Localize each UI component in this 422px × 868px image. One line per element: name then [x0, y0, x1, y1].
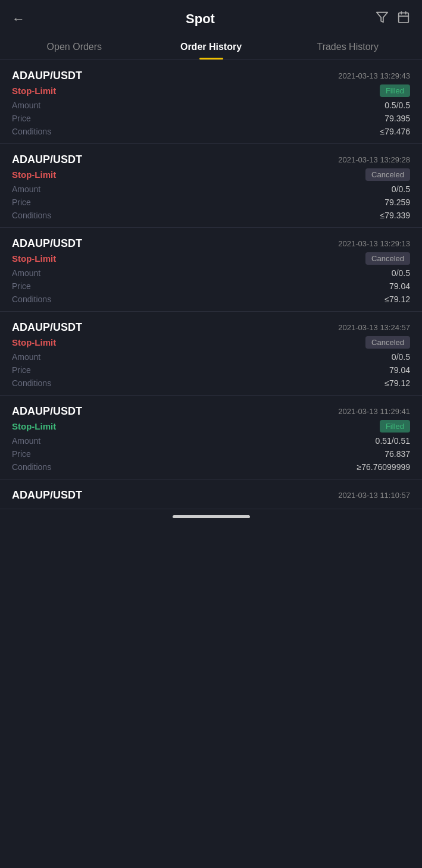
status-badge: Filled	[380, 420, 410, 433]
header-icons	[376, 11, 410, 27]
status-badge: Canceled	[365, 168, 410, 181]
price-row: Price 79.259	[12, 198, 410, 207]
amount-value: 0.5/0.5	[385, 101, 410, 110]
order-time: 2021-03-13 13:29:13	[338, 239, 410, 248]
order-type-row: Stop-Limit Canceled	[12, 336, 410, 349]
price-value: 79.259	[385, 198, 410, 207]
order-item: ADAUP/USDT 2021-03-13 13:24:57 Stop-Limi…	[0, 312, 422, 396]
conditions-value: ≤79.339	[380, 211, 410, 220]
order-list: ADAUP/USDT 2021-03-13 13:29:43 Stop-Limi…	[0, 60, 422, 509]
bottom-bar	[0, 509, 422, 522]
status-badge: Filled	[380, 84, 410, 97]
conditions-value: ≥76.76099999	[357, 462, 410, 472]
tab-trades-history[interactable]: Trades History	[279, 33, 416, 59]
order-header-row: ADAUP/USDT 2021-03-13 13:29:43	[12, 70, 410, 82]
order-time: 2021-03-13 11:29:41	[338, 407, 410, 416]
conditions-row: Conditions ≥76.76099999	[12, 462, 410, 472]
price-value: 79.04	[389, 365, 410, 375]
order-type-row: Stop-Limit Filled	[12, 420, 410, 433]
order-time: 2021-03-13 13:24:57	[338, 323, 410, 332]
price-row: Price 76.837	[12, 449, 410, 459]
conditions-row: Conditions ≤79.12	[12, 378, 410, 388]
conditions-row: Conditions ≤79.12	[12, 294, 410, 304]
conditions-row: Conditions ≤79.476	[12, 127, 410, 136]
amount-label: Amount	[12, 101, 40, 110]
order-item: ADAUP/USDT 2021-03-13 11:29:41 Stop-Limi…	[0, 396, 422, 480]
amount-value: 0.51/0.51	[376, 436, 410, 446]
order-pair: ADAUP/USDT	[12, 321, 82, 334]
price-value: 76.837	[385, 449, 410, 459]
price-label: Price	[12, 281, 31, 291]
order-type: Stop-Limit	[12, 337, 56, 347]
price-label: Price	[12, 114, 31, 123]
page-title: Spot	[25, 11, 376, 27]
order-item: ADAUP/USDT 2021-03-13 13:29:43 Stop-Limi…	[0, 60, 422, 144]
order-time: 2021-03-13 11:10:57	[338, 491, 410, 500]
amount-row: Amount 0/0.5	[12, 184, 410, 194]
calendar-icon[interactable]	[397, 11, 410, 27]
order-type: Stop-Limit	[12, 86, 56, 96]
order-pair: ADAUP/USDT	[12, 489, 82, 502]
header: ← Spot	[0, 0, 422, 33]
amount-label: Amount	[12, 436, 40, 446]
order-header-row: ADAUP/USDT 2021-03-13 11:29:41	[12, 405, 410, 418]
order-header-row: ADAUP/USDT 2021-03-13 13:29:28	[12, 153, 410, 166]
price-row: Price 79.395	[12, 114, 410, 123]
amount-row: Amount 0.5/0.5	[12, 101, 410, 110]
amount-label: Amount	[12, 268, 40, 278]
price-value: 79.395	[385, 114, 410, 123]
order-type: Stop-Limit	[12, 170, 56, 180]
order-item: ADAUP/USDT 2021-03-13 13:29:13 Stop-Limi…	[0, 228, 422, 312]
order-header-row: ADAUP/USDT 2021-03-13 13:29:13	[12, 237, 410, 250]
price-label: Price	[12, 365, 31, 375]
price-row: Price 79.04	[12, 365, 410, 375]
price-value: 79.04	[389, 281, 410, 291]
amount-value: 0/0.5	[392, 268, 410, 278]
conditions-label: Conditions	[12, 211, 51, 220]
conditions-label: Conditions	[12, 378, 51, 388]
amount-label: Amount	[12, 184, 40, 194]
price-label: Price	[12, 449, 31, 459]
amount-value: 0/0.5	[392, 352, 410, 362]
order-type-row: Stop-Limit Filled	[12, 84, 410, 97]
order-item-partial: ADAUP/USDT 2021-03-13 11:10:57	[0, 480, 422, 509]
status-badge: Canceled	[365, 336, 410, 349]
order-time: 2021-03-13 13:29:28	[338, 155, 410, 164]
conditions-row: Conditions ≤79.339	[12, 211, 410, 220]
svg-marker-0	[377, 12, 387, 23]
conditions-label: Conditions	[12, 294, 51, 304]
order-header-row: ADAUP/USDT 2021-03-13 13:24:57	[12, 321, 410, 334]
order-type: Stop-Limit	[12, 253, 56, 264]
order-type: Stop-Limit	[12, 421, 56, 431]
amount-row: Amount 0/0.5	[12, 268, 410, 278]
back-button[interactable]: ←	[12, 11, 25, 27]
order-type-row: Stop-Limit Canceled	[12, 252, 410, 265]
conditions-value: ≤79.12	[385, 378, 410, 388]
amount-row: Amount 0.51/0.51	[12, 436, 410, 446]
order-pair: ADAUP/USDT	[12, 237, 82, 250]
order-pair: ADAUP/USDT	[12, 153, 82, 166]
conditions-value: ≤79.12	[385, 294, 410, 304]
tabs: Open Orders Order History Trades History	[0, 33, 422, 60]
conditions-label: Conditions	[12, 462, 51, 472]
amount-label: Amount	[12, 352, 40, 362]
order-type-row: Stop-Limit Canceled	[12, 168, 410, 181]
status-badge: Canceled	[365, 252, 410, 265]
order-pair: ADAUP/USDT	[12, 405, 82, 418]
bottom-indicator	[173, 515, 250, 518]
order-time: 2021-03-13 13:29:43	[338, 71, 410, 80]
conditions-value: ≤79.476	[380, 127, 410, 136]
filter-icon[interactable]	[376, 11, 389, 27]
tab-order-history[interactable]: Order History	[143, 33, 280, 59]
conditions-label: Conditions	[12, 127, 51, 136]
order-item: ADAUP/USDT 2021-03-13 13:29:28 Stop-Limi…	[0, 144, 422, 228]
price-row: Price 79.04	[12, 281, 410, 291]
price-label: Price	[12, 198, 31, 207]
order-pair: ADAUP/USDT	[12, 70, 82, 82]
order-header-row: ADAUP/USDT 2021-03-13 11:10:57	[12, 489, 410, 502]
svg-rect-1	[399, 13, 409, 23]
tab-open-orders[interactable]: Open Orders	[6, 33, 143, 59]
amount-value: 0/0.5	[392, 184, 410, 194]
amount-row: Amount 0/0.5	[12, 352, 410, 362]
